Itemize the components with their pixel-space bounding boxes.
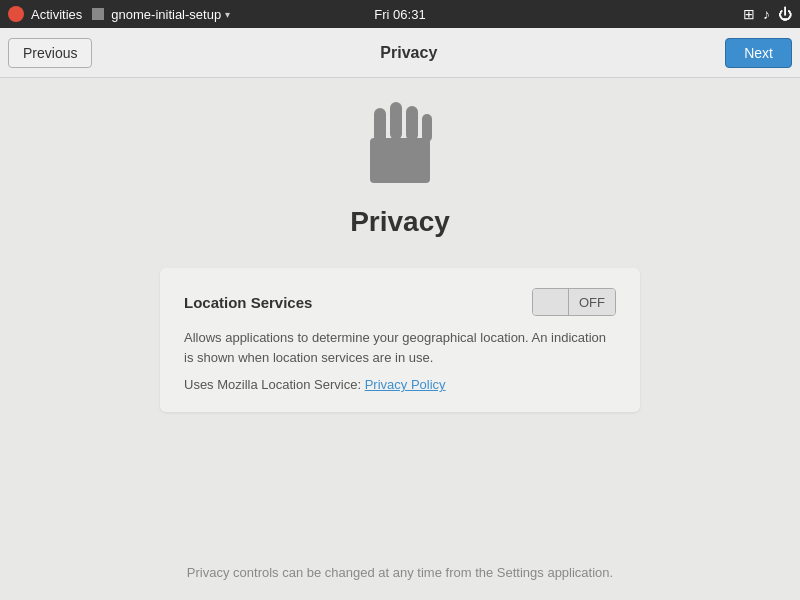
location-services-label: Location Services	[184, 294, 312, 311]
privacy-policy-line: Uses Mozilla Location Service: Privacy P…	[184, 377, 616, 392]
location-services-description: Allows applications to determine your ge…	[184, 328, 616, 367]
clock-label: Fri 06:31	[374, 7, 425, 22]
network-icon[interactable]: ⊞	[743, 6, 755, 22]
location-services-card: Location Services OFF Allows application…	[160, 268, 640, 412]
svg-rect-0	[370, 138, 430, 183]
next-button[interactable]: Next	[725, 38, 792, 68]
card-header: Location Services OFF	[184, 288, 616, 316]
toggle-off-label: OFF	[569, 288, 615, 316]
topbar-clock: Fri 06:31	[374, 7, 425, 22]
navigation-header: Previous Privacy Next	[0, 28, 800, 78]
toggle-on-area	[533, 288, 569, 316]
system-menu-icon[interactable]: ⏻	[778, 6, 792, 22]
sound-icon[interactable]: ♪	[763, 6, 770, 22]
app-name-label: gnome-initial-setup	[111, 7, 221, 22]
privacy-icon	[360, 98, 440, 188]
activities-label: Activities	[31, 7, 82, 22]
topbar-left: Activities gnome-initial-setup ▾	[8, 6, 230, 22]
privacy-policy-link[interactable]: Privacy Policy	[365, 377, 446, 392]
link-prefix: Uses Mozilla Location Service:	[184, 377, 361, 392]
app-title: gnome-initial-setup ▾	[92, 7, 230, 22]
footer-note-text: Privacy controls can be changed at any t…	[187, 565, 613, 580]
previous-button[interactable]: Previous	[8, 38, 92, 68]
location-services-toggle[interactable]: OFF	[532, 288, 616, 316]
page-title: Privacy	[350, 206, 450, 238]
activities-button[interactable]: Activities	[8, 6, 82, 22]
gnome-logo-icon	[8, 6, 24, 22]
main-content: Privacy Location Services OFF Allows app…	[0, 78, 800, 600]
footer-note: Privacy controls can be changed at any t…	[0, 565, 800, 580]
topbar-right: ⊞ ♪ ⏻	[743, 6, 792, 22]
svg-rect-1	[374, 108, 386, 143]
svg-rect-3	[406, 106, 418, 141]
svg-rect-4	[422, 114, 432, 142]
app-dropdown-icon[interactable]: ▾	[225, 9, 230, 20]
header-title: Privacy	[380, 44, 437, 62]
app-window-icon	[92, 8, 104, 20]
svg-rect-2	[390, 102, 402, 140]
topbar: Activities gnome-initial-setup ▾ Fri 06:…	[0, 0, 800, 28]
